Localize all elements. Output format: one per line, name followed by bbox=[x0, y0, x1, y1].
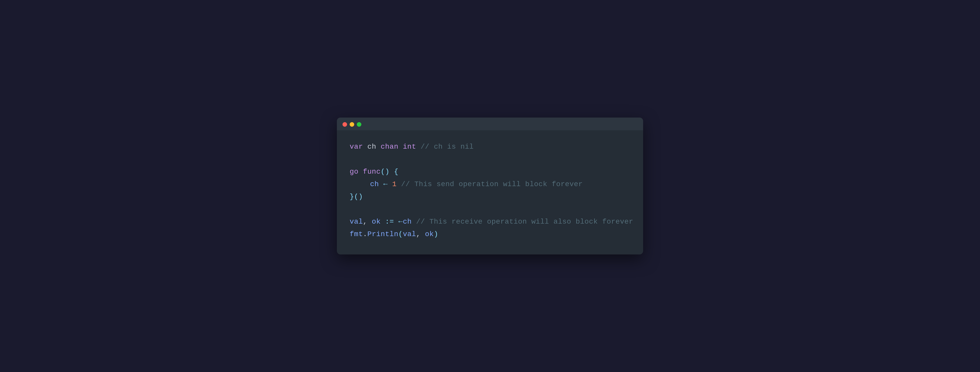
ident-ch: ch bbox=[367, 143, 376, 151]
code-line-3: ch ← 1 // This send operation will block… bbox=[350, 178, 630, 190]
code-window: var ch chan int // ch is nil go func() {… bbox=[337, 117, 643, 255]
comma-1: , bbox=[363, 218, 372, 226]
arg-val: val bbox=[403, 230, 416, 238]
brace-open: { bbox=[394, 168, 398, 176]
op-arrow-recv: ← bbox=[398, 218, 403, 226]
method-println: Println bbox=[367, 230, 398, 238]
brace-close: }() bbox=[350, 193, 363, 201]
keyword-chan: chan bbox=[381, 143, 398, 151]
ident-val: val bbox=[350, 218, 363, 226]
keyword-int: int bbox=[403, 143, 416, 151]
dot-accessor: . bbox=[363, 230, 367, 238]
keyword-go: go bbox=[350, 168, 359, 176]
ident-ch-recv: ch bbox=[403, 218, 412, 226]
call-paren-close: ) bbox=[434, 230, 438, 238]
code-line-5: val, ok := ←ch // This receive operation… bbox=[350, 215, 630, 228]
op-arrow-send: ← bbox=[383, 180, 388, 188]
keyword-var: var bbox=[350, 143, 363, 151]
parens-open: () bbox=[381, 168, 390, 176]
code-line-6: fmt.Println(val, ok) bbox=[350, 228, 630, 241]
code-line-4: }() bbox=[350, 190, 630, 203]
keyword-func: func bbox=[363, 168, 380, 176]
literal-1: 1 bbox=[392, 180, 396, 188]
blank-line-2 bbox=[350, 203, 630, 215]
titlebar bbox=[337, 117, 643, 130]
arg-ok: ok bbox=[425, 230, 434, 238]
op-short-assign: := bbox=[385, 218, 394, 226]
close-button[interactable] bbox=[342, 122, 347, 127]
code-line-1: var ch chan int // ch is nil bbox=[350, 141, 630, 153]
call-paren-open: ( bbox=[398, 230, 403, 238]
comment-1: // ch is nil bbox=[421, 143, 474, 151]
ident-ok: ok bbox=[372, 218, 381, 226]
blank-line-1 bbox=[350, 153, 630, 165]
maximize-button[interactable] bbox=[357, 122, 361, 127]
minimize-button[interactable] bbox=[350, 122, 354, 127]
comma-2: , bbox=[416, 230, 425, 238]
code-line-2: go func() { bbox=[350, 165, 630, 178]
ident-ch-send: ch bbox=[370, 180, 379, 188]
code-editor: var ch chan int // ch is nil go func() {… bbox=[337, 130, 643, 255]
comment-3: // This receive operation will also bloc… bbox=[416, 218, 633, 226]
ident-fmt: fmt bbox=[350, 230, 363, 238]
comment-2: // This send operation will block foreve… bbox=[401, 180, 583, 188]
